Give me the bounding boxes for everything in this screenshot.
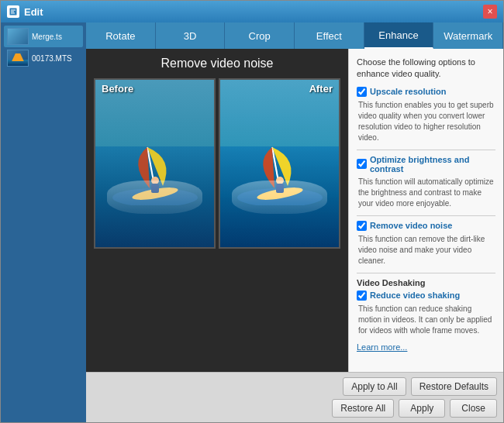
- close-button[interactable]: Close: [450, 399, 497, 418]
- sidebar-merge-label: Merge.ts: [32, 33, 62, 41]
- bottom-bar: Apply to All Restore Defaults Restore Al…: [86, 372, 503, 422]
- tab-enhance[interactable]: Enhance: [364, 22, 434, 49]
- merge-icon: [7, 28, 29, 45]
- divider-1: [357, 150, 495, 150]
- restore-all-button[interactable]: Restore All: [332, 399, 394, 418]
- optimize-checkbox[interactable]: [357, 159, 367, 169]
- shaking-label: Reduce video shaking: [370, 291, 460, 300]
- sidebar-item-merge[interactable]: Merge.ts: [4, 26, 83, 47]
- upscale-desc: This function enables you to get superb …: [357, 100, 495, 143]
- sidebar: Merge.ts 00173.MTS: [1, 22, 86, 422]
- right-panel-intro: Choose the following options to enhance …: [357, 57, 495, 81]
- noise-desc: This function can remove the dirt-like v…: [357, 234, 495, 267]
- main-content: Merge.ts 00173.MTS Rotate 3D: [1, 22, 503, 422]
- right-panel: Choose the following options to enhance …: [348, 49, 503, 372]
- tab-bar: Rotate 3D Crop Effect Enhance Watermark: [86, 22, 503, 49]
- option-group-optimize: Optimize brightness and contrast This fu…: [357, 155, 495, 209]
- preview-images: Before: [94, 78, 340, 249]
- apply-button[interactable]: Apply: [399, 399, 445, 418]
- noise-label: Remove video noise: [370, 221, 452, 230]
- preview-title: Remove video noise: [161, 57, 274, 70]
- option-header-upscale: Upscale resolution: [357, 87, 495, 97]
- option-header-noise: Remove video noise: [357, 221, 495, 231]
- upscale-checkbox[interactable]: [357, 87, 367, 97]
- preview-area: Remove video noise Before: [86, 49, 348, 372]
- option-header-optimize: Optimize brightness and contrast: [357, 155, 495, 174]
- optimize-desc: This function will automatically optimiz…: [357, 177, 495, 209]
- sidebar-file-label: 00173.MTS: [32, 54, 72, 63]
- tab-watermark[interactable]: Watermark: [433, 22, 503, 49]
- after-label: After: [309, 83, 333, 95]
- tab-effect[interactable]: Effect: [295, 22, 364, 49]
- close-button[interactable]: ×: [483, 5, 497, 19]
- tab-rotate[interactable]: Rotate: [86, 22, 156, 49]
- bottom-row-2: Restore All Apply Close: [92, 399, 497, 418]
- preview-after-image: After: [219, 78, 340, 249]
- shaking-desc: This function can reduce shaking motion …: [357, 304, 495, 336]
- learn-more-link[interactable]: Learn more...: [357, 342, 495, 352]
- title-bar: Edit ×: [1, 1, 503, 22]
- divider-2: [357, 215, 495, 216]
- window-title: Edit: [24, 6, 483, 18]
- restore-defaults-button[interactable]: Restore Defaults: [411, 377, 497, 396]
- bottom-row-1: Apply to All Restore Defaults: [92, 377, 497, 396]
- edit-window: Edit × Merge.ts 00173.MTS: [0, 0, 504, 423]
- before-label: Before: [102, 83, 133, 95]
- tab-crop[interactable]: Crop: [225, 22, 295, 49]
- noise-checkbox[interactable]: [357, 221, 367, 231]
- tab-3d[interactable]: 3D: [156, 22, 226, 49]
- option-group-shaking: Reduce video shaking This function can r…: [357, 291, 495, 336]
- edit-area: Rotate 3D Crop Effect Enhance Watermark: [86, 22, 503, 422]
- optimize-label: Optimize brightness and contrast: [370, 155, 495, 174]
- sidebar-item-file[interactable]: 00173.MTS: [4, 47, 83, 69]
- option-header-shaking: Reduce video shaking: [357, 291, 495, 301]
- divider-3: [357, 273, 495, 273]
- apply-to-all-button[interactable]: Apply to All: [343, 377, 406, 396]
- option-group-upscale: Upscale resolution This function enables…: [357, 87, 495, 143]
- shaking-checkbox[interactable]: [357, 291, 367, 301]
- upscale-label: Upscale resolution: [370, 87, 446, 96]
- option-group-noise: Remove video noise This function can rem…: [357, 221, 495, 267]
- deshaking-section-title: Video Deshaking: [357, 278, 495, 287]
- content-area: Remove video noise Before: [86, 49, 503, 372]
- preview-before-panel: Before: [94, 78, 216, 249]
- file-icon: [7, 50, 29, 67]
- preview-before-image: Before: [94, 78, 216, 249]
- preview-after-panel: After: [219, 78, 340, 249]
- window-icon: [7, 5, 19, 18]
